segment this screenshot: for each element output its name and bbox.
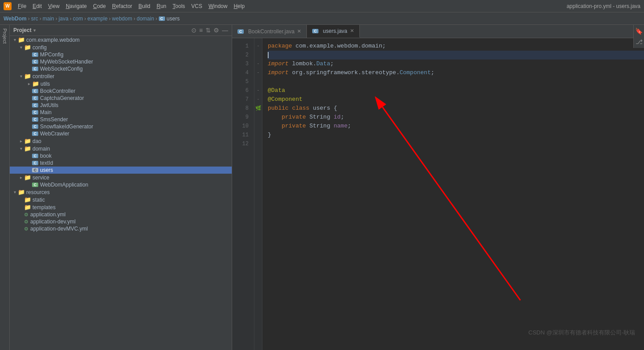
menu-vcs[interactable]: VCS: [189, 2, 205, 10]
fold-icon[interactable]: -: [257, 60, 259, 68]
tab-close[interactable]: ✕: [350, 28, 354, 34]
git-icon[interactable]: ⎇: [635, 37, 644, 46]
menu-help[interactable]: Help: [231, 2, 247, 10]
app-logo: W: [4, 2, 12, 10]
tree-item[interactable]: C WebSocketConfig: [10, 65, 232, 72]
project-tab[interactable]: Project: [0, 25, 10, 350]
tree-item[interactable]: C Main: [10, 109, 232, 116]
tree-arrow[interactable]: [26, 81, 32, 86]
tree-label: application-devMVC.yml: [30, 226, 88, 232]
tree-item[interactable]: 📁 utils: [10, 80, 232, 88]
settings-icon[interactable]: ⚙: [213, 27, 219, 34]
tree-label: SmsSender: [40, 116, 68, 123]
code-line-5: [268, 77, 644, 86]
menu-file[interactable]: File: [15, 2, 29, 10]
tree-item[interactable]: C book: [10, 152, 232, 159]
fold-icon[interactable]: -: [257, 42, 259, 51]
tree-item[interactable]: C BookController: [10, 88, 232, 95]
tree-item[interactable]: C SmsSender: [10, 116, 232, 123]
code-line-9: private String id;: [268, 113, 644, 122]
tab-bookcontroller[interactable]: C BookController.java ✕: [232, 25, 307, 38]
tree-arrow[interactable]: [12, 190, 18, 195]
tree-item[interactable]: ⚙ application-dev.yml: [10, 218, 232, 225]
annotation-fold[interactable]: -: [257, 86, 259, 95]
tree-item[interactable]: 📁 com.example.webdom: [10, 36, 232, 44]
folder-icon: 📁: [24, 204, 31, 211]
tree-item[interactable]: C SnowflakeIdGenerator: [10, 123, 232, 130]
tree-arrow[interactable]: [18, 139, 24, 143]
collapse-all-icon[interactable]: ≡: [199, 27, 203, 34]
code-editor[interactable]: 1 2 3 4 5 6 7 8 9 10 11 12 - - - -: [232, 38, 644, 350]
class-icon: C: [32, 103, 38, 107]
class-icon: C: [32, 60, 38, 64]
sidebar-tree: 📁 com.example.webdom 📁 config C MPConfig: [10, 36, 232, 350]
tree-item[interactable]: 📁 static: [10, 196, 232, 203]
tree-item[interactable]: C WebDomApplication: [10, 181, 232, 188]
folder-icon: 📁: [24, 145, 31, 152]
menu-run[interactable]: Run: [154, 2, 169, 10]
sidebar-actions: ⊙ ≡ ⇅ ⚙ —: [191, 27, 228, 34]
tree-item[interactable]: 📁 resources: [10, 188, 232, 196]
menu-code[interactable]: Code: [90, 2, 109, 10]
tree-item[interactable]: ⚙ application.yml: [10, 211, 232, 218]
tree-arrow[interactable]: [12, 37, 18, 42]
tree-item[interactable]: ⚙ application-devMVC.yml: [10, 225, 232, 232]
tree-item[interactable]: 📁 dao: [10, 137, 232, 145]
tree-arrow[interactable]: [18, 45, 24, 50]
tree-label: JwtUtils: [40, 102, 58, 108]
menu-build[interactable]: Build: [136, 2, 153, 10]
editor-area: C BookController.java ✕ C users.java ✕ 1…: [232, 25, 644, 350]
tree-item[interactable]: 📁 service: [10, 174, 232, 181]
tree-arrow[interactable]: [18, 74, 24, 79]
code-content[interactable]: package com.example.webdom.domain; impor…: [262, 38, 644, 350]
tab-label: BookController.java: [248, 28, 294, 35]
code-line-4: import org.springframework.stereotype.Co…: [268, 68, 644, 77]
line-numbers: 1 2 3 4 5 6 7 8 9 10 11 12: [232, 38, 254, 350]
tab-users[interactable]: C users.java ✕: [307, 25, 360, 38]
watermark: CSDN @深圳市有德者科技有限公司-耿瑞: [528, 329, 635, 337]
tree-item[interactable]: 📁 config: [10, 44, 232, 51]
sidebar-title: Project: [13, 27, 32, 33]
tree-item[interactable]: 📁 templates: [10, 203, 232, 211]
menu-view[interactable]: View: [45, 2, 62, 10]
tree-arrow[interactable]: [18, 175, 24, 180]
folder-icon: 📁: [18, 189, 25, 195]
class-icon: C: [32, 131, 38, 136]
tab-close[interactable]: ✕: [297, 28, 301, 34]
menu-tools[interactable]: Tools: [170, 2, 188, 10]
code-line-7: @Component: [268, 95, 644, 104]
bookmark-icon[interactable]: 🔖: [634, 27, 644, 36]
class-icon-spring: C: [32, 183, 38, 187]
tree-label: BookController: [40, 88, 75, 94]
tree-item[interactable]: C WebCrawler: [10, 130, 232, 137]
tree-item[interactable]: C JwtUtils: [10, 102, 232, 109]
annotation-fold[interactable]: -: [257, 95, 259, 104]
menu-refactor[interactable]: Refactor: [109, 2, 135, 10]
sort-icon[interactable]: ⇅: [205, 27, 211, 34]
fold-icon[interactable]: -: [257, 68, 259, 77]
tree-item[interactable]: 📁 controller: [10, 72, 232, 80]
tree-item-users[interactable]: C users: [10, 167, 232, 174]
breadcrumb-root[interactable]: WebDom: [4, 16, 27, 22]
tree-item[interactable]: 📁 domain: [10, 145, 232, 152]
menu-navigate[interactable]: Navigate: [63, 2, 89, 10]
locate-icon[interactable]: ⊙: [191, 27, 197, 34]
editor-gutter: - - - - - 🌿: [254, 38, 262, 350]
folder-icon: 📁: [18, 36, 25, 43]
tree-label: controller: [32, 73, 54, 80]
code-line-12: [268, 139, 644, 148]
code-line-10: private String name;: [268, 122, 644, 131]
tree-item[interactable]: C CaptchaGenerator: [10, 95, 232, 102]
tree-label: templates: [32, 204, 56, 211]
tree-item[interactable]: C MyWebSocketHandler: [10, 58, 232, 65]
tree-arrow[interactable]: [18, 146, 24, 151]
class-icon: C: [32, 161, 38, 165]
tree-item[interactable]: C textId: [10, 159, 232, 167]
menu-window[interactable]: Window: [206, 2, 230, 10]
yml-icon: ⚙: [24, 212, 28, 218]
tree-item[interactable]: C MPConfig: [10, 51, 232, 58]
menu-edit[interactable]: Edit: [30, 2, 44, 10]
spring-icon: 🌿: [255, 104, 262, 113]
close-sidebar-icon[interactable]: —: [222, 27, 228, 34]
yml-icon: ⚙: [24, 219, 28, 225]
